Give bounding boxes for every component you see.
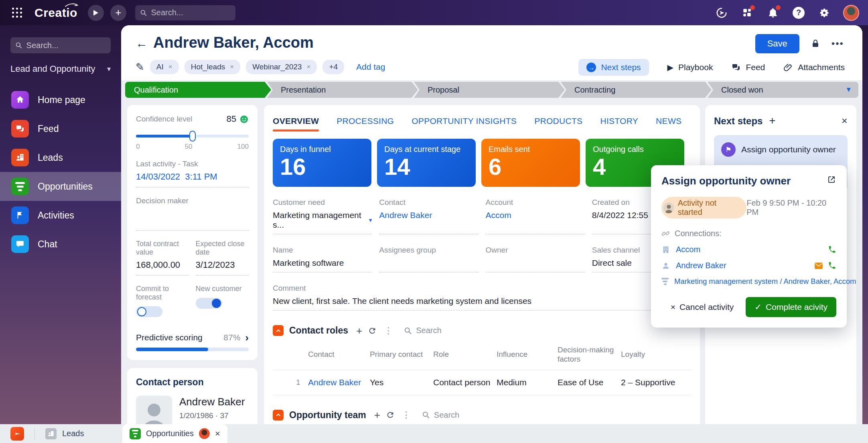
phone-icon[interactable] bbox=[828, 245, 836, 254]
tag-pill[interactable]: AI × bbox=[150, 60, 179, 74]
remove-tag-icon[interactable]: × bbox=[230, 63, 234, 71]
tab-history[interactable]: HISTORY bbox=[600, 116, 638, 131]
refresh-icon[interactable] bbox=[368, 326, 377, 335]
attachments-button[interactable]: Attachments bbox=[783, 63, 845, 72]
stage-presentation[interactable]: Presentation bbox=[267, 82, 418, 98]
contact-link[interactable]: Andrew Baker bbox=[308, 378, 370, 387]
open-record-icon[interactable] bbox=[827, 175, 836, 184]
run-process-button[interactable] bbox=[88, 5, 104, 21]
kebab-menu-icon[interactable]: ⋮ bbox=[384, 326, 393, 336]
slider-handle[interactable] bbox=[189, 131, 196, 142]
global-search-input[interactable] bbox=[151, 8, 230, 17]
sidebar-item-opportunities[interactable]: Opportunities bbox=[0, 172, 121, 201]
add-icon[interactable]: + bbox=[374, 410, 380, 420]
name-field[interactable]: Name Marketing software bbox=[273, 246, 372, 273]
save-button[interactable]: Save bbox=[755, 34, 799, 53]
status-badge[interactable]: Activity not started bbox=[661, 197, 746, 218]
more-actions-icon[interactable]: ••• bbox=[831, 38, 844, 49]
help-icon[interactable]: ? bbox=[792, 6, 805, 20]
table-row[interactable]: 1 Andrew Baker Yes Contact person Medium… bbox=[273, 370, 691, 395]
pulse-icon[interactable] bbox=[715, 6, 728, 20]
creatio-taskbar-icon[interactable] bbox=[10, 427, 24, 441]
tab-processing[interactable]: PROCESSING bbox=[337, 116, 394, 131]
sidebar-search[interactable] bbox=[10, 37, 111, 53]
collapse-chevron-icon[interactable] bbox=[273, 410, 284, 421]
chevron-down-icon[interactable]: ▼ bbox=[845, 86, 852, 94]
stage-closed-won[interactable]: Closed won ▼ bbox=[708, 82, 858, 98]
envelope-icon[interactable] bbox=[814, 262, 823, 269]
contact-roles-search[interactable]: Search bbox=[404, 326, 441, 335]
tab-overview[interactable]: OVERVIEW bbox=[273, 116, 319, 131]
connection-account[interactable]: Accom bbox=[661, 245, 836, 254]
settings-gear-icon[interactable] bbox=[817, 6, 831, 20]
add-record-button[interactable]: + bbox=[110, 5, 126, 21]
back-button[interactable]: ← bbox=[136, 36, 148, 50]
next-steps-button[interactable]: → Next steps bbox=[578, 59, 649, 76]
sidebar-item-activities[interactable]: Activities bbox=[0, 201, 121, 230]
tab-opportunity-insights[interactable]: OPPORTUNITY INSIGHTS bbox=[412, 116, 517, 131]
add-tag-link[interactable]: Add tag bbox=[356, 62, 385, 72]
taskbar-opportunities-tab[interactable]: Opportunities × bbox=[122, 424, 227, 443]
assignees-group-field[interactable]: Assignees group bbox=[379, 246, 478, 273]
contact-photo[interactable] bbox=[136, 396, 172, 424]
opportunity-team-search[interactable]: Search bbox=[422, 411, 459, 420]
app-grid-icon[interactable] bbox=[12, 8, 22, 18]
account-field[interactable]: Account Accom bbox=[486, 198, 585, 235]
marketplace-icon[interactable] bbox=[740, 6, 754, 20]
tab-news[interactable]: NEWS bbox=[656, 116, 681, 131]
contact-link[interactable]: Andrew Baker bbox=[379, 210, 478, 220]
chevron-down-icon[interactable]: ▾ bbox=[369, 216, 372, 224]
connection-contact[interactable]: Andrew Baker bbox=[661, 261, 836, 270]
metric-emails-sent[interactable]: Emails sent 6 bbox=[481, 139, 580, 187]
metric-days-at-current-stage[interactable]: Days at current stage 14 bbox=[377, 139, 476, 187]
account-link[interactable]: Accom bbox=[486, 210, 585, 220]
complete-activity-button[interactable]: ✓ Complete acivity bbox=[746, 297, 836, 317]
confidence-slider[interactable] bbox=[136, 131, 249, 141]
taskbar-leads-tab[interactable]: Leads bbox=[45, 428, 84, 439]
sidebar-item-leads[interactable]: Leads bbox=[0, 143, 121, 172]
collapse-chevron-icon[interactable] bbox=[273, 325, 284, 336]
phone-icon[interactable] bbox=[828, 261, 836, 270]
sidebar-item-feed[interactable]: Feed bbox=[0, 114, 121, 143]
predictive-scoring-row[interactable]: Predictive scoring 87% › bbox=[136, 332, 249, 343]
customer-need-field[interactable]: Customer need Marketing management s...▾ bbox=[273, 198, 372, 235]
close-icon[interactable]: × bbox=[842, 115, 848, 127]
workspace-selector[interactable]: Lead and Opportunity ▾ bbox=[10, 64, 111, 74]
notifications-bell-icon[interactable] bbox=[766, 6, 780, 20]
new-customer-toggle[interactable] bbox=[196, 298, 222, 309]
comment-field[interactable]: Comment New client, first sale. The clie… bbox=[273, 284, 691, 311]
last-activity-value[interactable]: 14/03/2022 3:11 PM bbox=[136, 172, 249, 182]
decision-maker-field[interactable]: Decision maker bbox=[136, 196, 249, 231]
playbook-button[interactable]: ▶ Playbook bbox=[667, 63, 713, 72]
last-activity-field[interactable]: Last activity - Task 14/03/2022 3:11 PM bbox=[136, 160, 249, 188]
add-step-icon[interactable]: + bbox=[769, 115, 775, 126]
refresh-icon[interactable] bbox=[386, 411, 395, 419]
stage-proposal[interactable]: Proposal bbox=[414, 82, 565, 98]
tab-products[interactable]: PRODUCTS bbox=[534, 116, 582, 131]
add-icon[interactable]: + bbox=[356, 326, 362, 336]
commit-to-forecast-toggle[interactable] bbox=[136, 306, 162, 317]
connection-opportunity[interactable]: Marketing management system / Andrew Bak… bbox=[661, 277, 836, 286]
tag-pill[interactable]: Hot_leads × bbox=[185, 60, 241, 74]
tag-pill[interactable]: Webinar_2023 × bbox=[246, 60, 317, 74]
stage-qualification[interactable]: Qualification bbox=[125, 82, 271, 98]
user-avatar[interactable] bbox=[843, 5, 859, 21]
more-tags-pill[interactable]: +4 bbox=[322, 60, 344, 74]
stage-contracting[interactable]: Contracting bbox=[561, 82, 712, 98]
cancel-activity-button[interactable]: × Cancel activity bbox=[671, 302, 734, 312]
total-contract-value-field[interactable]: Total contract value 168,000.00 bbox=[136, 240, 189, 276]
close-tab-icon[interactable]: × bbox=[215, 429, 220, 439]
contact-name[interactable]: Andrew Baker bbox=[179, 396, 249, 408]
remove-tag-icon[interactable]: × bbox=[168, 63, 172, 71]
chevron-right-icon[interactable]: › bbox=[245, 332, 249, 343]
metric-days-in-funnel[interactable]: Days in funnel 16 bbox=[273, 139, 371, 187]
sidebar-search-input[interactable] bbox=[26, 41, 106, 50]
kebab-menu-icon[interactable]: ⋮ bbox=[402, 410, 411, 420]
sidebar-item-home[interactable]: Home page bbox=[0, 85, 121, 114]
feed-button[interactable]: Feed bbox=[731, 63, 765, 72]
expected-close-date-field[interactable]: Expected close date 3/12/2023 bbox=[196, 240, 249, 276]
tag-pencil-icon[interactable]: ✎ bbox=[136, 61, 144, 73]
sidebar-item-chat[interactable]: Chat bbox=[0, 230, 121, 259]
owner-field[interactable]: Owner bbox=[486, 246, 585, 273]
global-search[interactable] bbox=[135, 5, 235, 20]
